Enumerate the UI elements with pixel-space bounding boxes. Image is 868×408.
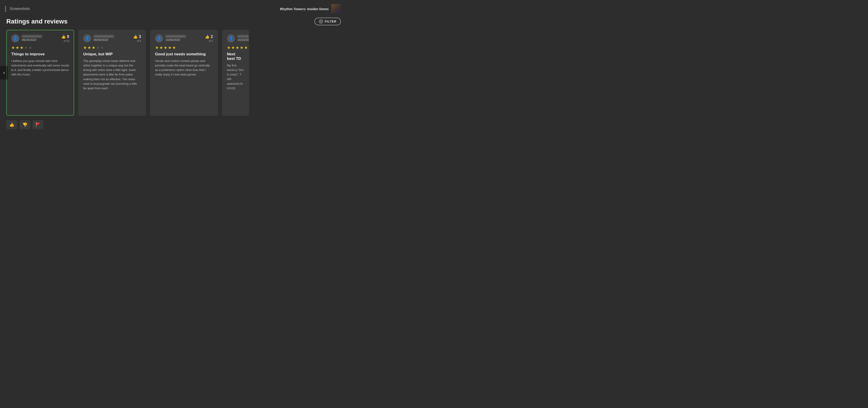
review-date: 09/30/2024	[94, 38, 114, 41]
flag-icon: 🚩	[35, 122, 40, 127]
star-rating: ★★★★★	[83, 45, 141, 50]
filter-icon: ✕	[319, 20, 323, 24]
helpful-count: 👍 3	[133, 34, 141, 39]
review-card[interactable]: 👤 09/30/2024 👍 3 of 3 ★★★★★ Unique, bu	[78, 30, 146, 116]
card-header: 👤 10/08/2024 👍 2 of 2	[155, 34, 213, 42]
helpful-thumb-icon: 👍	[133, 35, 138, 39]
helpful-of: of 2	[209, 39, 213, 42]
flag-button[interactable]: 🚩	[33, 120, 43, 129]
username-blur	[22, 35, 42, 37]
user-info: 👤 09/30/2024	[83, 34, 114, 42]
thumbs-up-icon: 👍	[9, 122, 14, 127]
review-card[interactable]: 👤 10/08/2024 👍 2 of 2 ★★★★★ Good just	[150, 30, 218, 116]
star-icon: ★	[88, 45, 91, 50]
thumbs-down-icon: 👎	[22, 122, 27, 127]
thumbs-up-button[interactable]: 👍	[6, 120, 17, 129]
helpful-info: 👍 2 of 2	[205, 34, 213, 42]
person-icon: 👤	[13, 36, 18, 41]
star-icon: ★	[240, 45, 243, 50]
menu-dots-icon[interactable]	[5, 6, 6, 11]
review-card[interactable]: 👤 09/29/2024 👍 8 of 10 ★★★★★ Things to	[6, 30, 74, 116]
review-title: Next best TD	[227, 52, 244, 61]
reviews-list: 👤 09/29/2024 👍 8 of 10 ★★★★★ Things to	[6, 30, 347, 116]
review-date: 09/29/2024	[22, 38, 42, 41]
star-icon: ★	[11, 45, 15, 50]
review-title: Good just needs something	[155, 52, 213, 57]
review-title: Things to improve	[11, 52, 69, 57]
star-icon: ★	[16, 45, 19, 50]
prev-arrow[interactable]: ‹	[0, 66, 8, 79]
user-details: 09/30/2024	[94, 35, 114, 41]
game-thumbnail[interactable]	[331, 4, 341, 13]
star-icon: ★	[172, 45, 176, 50]
helpful-number: 3	[139, 34, 141, 39]
star-icon: ★	[92, 45, 95, 50]
user-details: 10/08/2024	[165, 35, 186, 41]
top-left: Screenshots	[5, 6, 30, 11]
filter-button[interactable]: ✕ FILTER	[314, 18, 341, 25]
avatar-icon: 👤	[227, 34, 235, 42]
star-icon: ★	[236, 45, 239, 50]
helpful-number: 2	[211, 34, 213, 39]
star-icon: ★	[96, 45, 100, 50]
review-body: The gameplay mixes tower defense and ryt…	[83, 59, 141, 91]
helpful-count: 👍 2	[205, 34, 213, 39]
user-details: 10/15/20	[237, 35, 249, 41]
review-title: Unique, but WIP	[83, 52, 141, 57]
user-details: 09/29/2024	[22, 35, 42, 41]
star-icon: ★	[244, 45, 248, 50]
avatar-icon: 👤	[11, 34, 20, 42]
ratings-title: Ratings and reviews	[6, 18, 68, 25]
action-bar: 👍 👎 🚩	[0, 116, 347, 133]
review-body: Vocals and custom contols please and pos…	[155, 59, 213, 77]
star-icon: ★	[168, 45, 172, 50]
user-info: 👤 10/08/2024	[155, 34, 186, 42]
thumbs-down-button[interactable]: 👎	[20, 120, 30, 129]
star-icon: ★	[155, 45, 159, 50]
star-icon: ★	[231, 45, 235, 50]
star-icon: ★	[29, 45, 32, 50]
section-title: Screenshots	[10, 7, 30, 11]
review-date: 10/15/20	[237, 38, 249, 41]
reviews-area: ‹ 👤 09/29/2024 👍 8 of	[0, 30, 347, 116]
top-bar: Screenshots Rhythm Towers: Insider Demo	[0, 0, 347, 16]
star-icon: ★	[24, 45, 28, 50]
game-thumb-image	[331, 4, 341, 13]
star-rating: ★★★★★	[155, 45, 213, 50]
star-icon: ★	[164, 45, 167, 50]
star-icon: ★	[100, 45, 104, 50]
helpful-info: 👍 8 of 10	[61, 34, 69, 42]
avatar-icon: 👤	[83, 34, 91, 42]
review-card[interactable]: 👤 10/15/20 👍 2 of 2 ★★★★★ Next best TD	[222, 30, 249, 116]
card-header: 👤 10/15/20 👍 2 of 2	[227, 34, 244, 42]
person-icon: 👤	[85, 36, 90, 41]
game-title: Rhythm Towers: Insider Demo	[280, 7, 329, 11]
star-rating: ★★★★★	[227, 45, 244, 50]
username-blur	[237, 35, 249, 37]
helpful-number: 8	[67, 34, 69, 39]
person-icon: 👤	[228, 36, 234, 41]
user-info: 👤 10/15/20	[227, 34, 249, 42]
helpful-thumb-icon: 👍	[205, 35, 210, 39]
top-right: Rhythm Towers: Insider Demo	[280, 4, 341, 13]
helpful-of: of 10	[64, 39, 69, 42]
star-icon: ★	[159, 45, 163, 50]
star-icon: ★	[20, 45, 24, 50]
helpful-thumb-icon: 👍	[61, 35, 66, 39]
username-blur	[165, 35, 186, 37]
review-body: I believe you guys should add more instr…	[11, 59, 69, 77]
star-icon: ★	[227, 45, 230, 50]
card-header: 👤 09/30/2024 👍 3 of 3	[83, 34, 141, 42]
filter-label: FILTER	[325, 20, 336, 23]
helpful-count: 👍 8	[61, 34, 69, 39]
star-icon: ★	[83, 45, 87, 50]
helpful-of: of 3	[137, 39, 141, 42]
person-icon: 👤	[157, 36, 162, 41]
review-date: 10/08/2024	[165, 38, 186, 41]
username-blur	[94, 35, 114, 37]
helpful-info: 👍 3 of 3	[133, 34, 141, 42]
user-info: 👤 09/29/2024	[11, 34, 42, 42]
star-rating: ★★★★★	[11, 45, 69, 50]
card-header: 👤 09/29/2024 👍 8 of 10	[11, 34, 69, 42]
review-body: My first words p "this is crazy". T stil…	[227, 63, 244, 91]
